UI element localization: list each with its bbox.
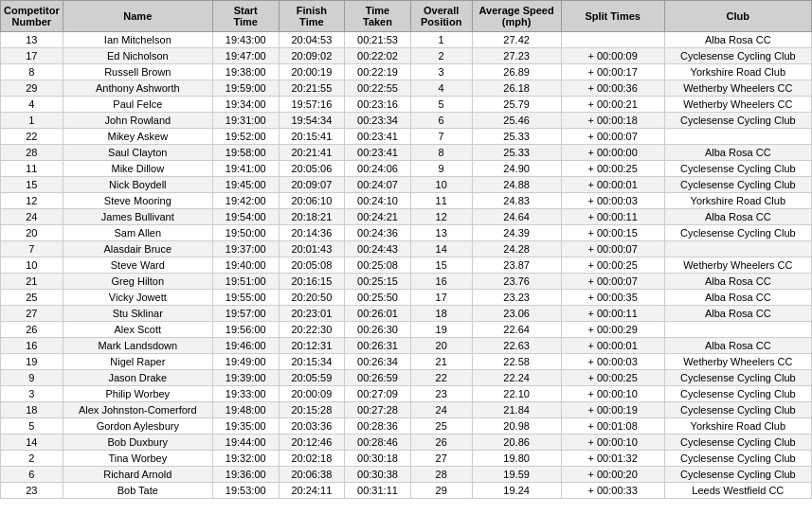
table-cell: 22.64 [472,322,561,338]
table-cell: + 00:00:10 [561,434,664,451]
table-cell: + 00:00:07 [561,241,664,257]
table-cell: Yorkshire Road Club [664,64,811,80]
table-cell: 19:50:00 [212,225,279,241]
table-cell: Richard Arnold [63,467,212,483]
table-cell: 13 [410,225,472,241]
table-cell: 4 [1,97,63,113]
table-cell: 7 [1,241,63,257]
table-row: 24James Bullivant19:54:0020:18:2100:24:2… [1,209,812,225]
table-cell: Nigel Raper [63,354,212,370]
table-cell: Philip Worbey [63,386,212,402]
table-cell: 15 [1,177,63,193]
table-cell: 24 [1,209,63,225]
table-cell: 26.18 [472,80,561,97]
table-cell: 20:03:36 [279,418,345,434]
table-cell: 25 [1,290,63,306]
table-cell: 18 [410,306,472,322]
table-cell: 11 [1,161,63,177]
table-cell: + 00:00:00 [561,145,664,161]
table-cell: 19:59:00 [212,80,279,97]
table-cell [664,129,811,145]
column-header: FinishTime [279,1,345,32]
table-cell: 19:36:00 [212,467,279,483]
table-cell: Paul Felce [63,97,212,113]
table-cell: Mike Dillow [63,161,212,177]
table-cell: 23.76 [472,274,561,290]
table-cell: 20:06:38 [279,467,345,483]
table-cell: Stu Sklinar [63,306,212,322]
table-cell: Wetherby Wheelers CC [664,354,811,370]
table-cell: 00:26:34 [345,354,411,370]
table-row: 23Bob Tate19:53:0020:24:1100:31:112919.2… [1,483,812,499]
table-cell: + 00:00:07 [561,129,664,145]
table-cell: 17 [410,290,472,306]
table-cell: 20:00:19 [279,64,345,80]
table-row: 22Mikey Askew19:52:0020:15:4100:23:41725… [1,129,812,145]
table-cell: 16 [1,338,63,354]
table-cell: Cyclesense Cycling Club [664,386,811,402]
table-cell: 19:41:00 [212,161,279,177]
table-cell: 00:26:59 [345,370,411,386]
table-cell: Wetherby Wheelers CC [664,80,811,97]
table-cell: + 00:00:29 [561,322,664,338]
table-cell: 19.80 [472,451,561,467]
table-cell: 19:51:00 [212,274,279,290]
column-header: Split Times [561,1,664,32]
table-cell: 27 [1,306,63,322]
table-cell: 00:21:53 [345,32,411,48]
table-cell: + 00:00:18 [561,113,664,129]
table-cell: 20:02:18 [279,451,345,467]
table-cell: 19:32:00 [212,451,279,467]
table-cell: Greg Hilton [63,274,212,290]
table-cell: 24.83 [472,193,561,209]
table-cell: 26 [410,434,472,451]
table-cell: + 00:00:03 [561,354,664,370]
table-cell [561,32,664,48]
table-cell: 5 [410,97,472,113]
table-row: 18Alex Johnston-Comerford19:48:0020:15:2… [1,402,812,418]
table-cell: + 00:00:35 [561,290,664,306]
table-cell: 3 [410,64,472,80]
table-row: 4Paul Felce19:34:0019:57:1600:23:16525.7… [1,97,812,113]
table-cell: Cyclesense Cycling Club [664,48,811,64]
table-cell: Alasdair Bruce [63,241,212,257]
table-cell: 20:12:31 [279,338,345,354]
table-cell: 2 [410,48,472,64]
table-row: 9Jason Drake19:39:0020:05:5900:26:592222… [1,370,812,386]
table-cell: + 00:00:25 [561,370,664,386]
table-cell: 20:06:10 [279,193,345,209]
table-cell: 19:43:00 [212,32,279,48]
table-cell: 20:09:02 [279,48,345,64]
table-cell: + 00:00:01 [561,338,664,354]
table-cell: 28 [410,467,472,483]
table-cell: 20.98 [472,418,561,434]
table-cell: 5 [1,418,63,434]
table-cell: 19 [1,354,63,370]
table-cell: + 00:00:17 [561,64,664,80]
table-cell: 20 [410,338,472,354]
column-header: StartTime [212,1,279,32]
table-cell: 20:23:01 [279,306,345,322]
table-cell: 19:52:00 [212,129,279,145]
table-cell: Alba Rosa CC [664,209,811,225]
table-row: 5Gordon Aylesbury19:35:0020:03:3600:28:3… [1,418,812,434]
table-cell: 23.23 [472,290,561,306]
table-row: 20Sam Allen19:50:0020:14:3600:24:361324.… [1,225,812,241]
table-cell: 14 [1,434,63,451]
table-row: 12Steve Mooring19:42:0020:06:1000:24:101… [1,193,812,209]
table-cell: 20:20:50 [279,290,345,306]
table-cell: 26 [1,322,63,338]
table-cell: 4 [410,80,472,97]
table-cell: 1 [1,113,63,129]
table-cell: + 00:00:21 [561,97,664,113]
table-cell: 00:25:50 [345,290,411,306]
column-header: CompetitorNumber [1,1,63,32]
table-cell: Cyclesense Cycling Club [664,451,811,467]
table-row: 15Nick Boydell19:45:0020:09:0700:24:0710… [1,177,812,193]
table-cell: 00:31:11 [345,483,411,499]
table-cell: Saul Clayton [63,145,212,161]
table-cell: 24.64 [472,209,561,225]
table-cell: + 00:00:33 [561,483,664,499]
table-cell: 9 [1,370,63,386]
table-cell: 19:56:00 [212,322,279,338]
